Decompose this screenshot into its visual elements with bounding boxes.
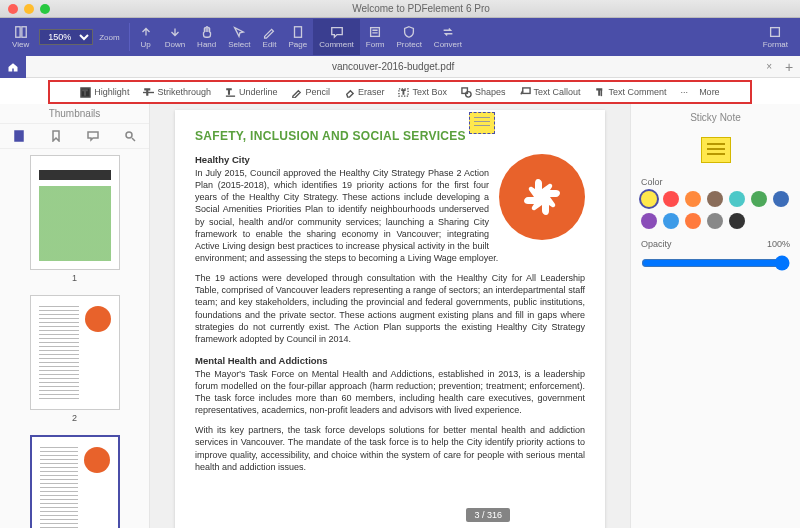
sticky-note-annotation[interactable] bbox=[469, 112, 495, 134]
textcomment-tool[interactable]: TText Comment bbox=[589, 82, 673, 102]
doc-paragraph: The 19 actions were developed through co… bbox=[195, 272, 585, 345]
svg-point-19 bbox=[126, 132, 132, 138]
opacity-value: 100% bbox=[767, 239, 790, 249]
select-button[interactable]: Select bbox=[222, 19, 256, 55]
protect-button[interactable]: Protect bbox=[391, 19, 428, 55]
up-button[interactable]: Up bbox=[133, 19, 159, 55]
svg-rect-1 bbox=[21, 27, 25, 38]
textbox-tool[interactable]: TText Box bbox=[392, 82, 453, 102]
close-window-icon[interactable] bbox=[8, 4, 18, 14]
page-button[interactable]: Page bbox=[282, 19, 313, 55]
svg-rect-15 bbox=[522, 87, 529, 93]
maximize-window-icon[interactable] bbox=[40, 4, 50, 14]
close-tab-icon[interactable]: × bbox=[760, 61, 778, 72]
color-swatch[interactable] bbox=[663, 213, 679, 229]
color-swatch[interactable] bbox=[729, 191, 745, 207]
thumbnails-title: Thumbnails bbox=[0, 104, 149, 124]
svg-rect-4 bbox=[771, 28, 780, 37]
color-label: Color bbox=[641, 177, 790, 187]
color-swatch[interactable] bbox=[663, 191, 679, 207]
thumbnail-page-1[interactable]: 1 bbox=[30, 155, 120, 283]
color-swatch[interactable] bbox=[685, 213, 701, 229]
thumbnails-tab-icon[interactable] bbox=[11, 128, 27, 144]
doc-paragraph: The Mayor's Task Force on Mental Health … bbox=[195, 368, 585, 417]
thumbnail-page-3[interactable]: 3 bbox=[30, 435, 120, 528]
convert-button[interactable]: Convert bbox=[428, 19, 468, 55]
color-swatch[interactable] bbox=[685, 191, 701, 207]
zoom-select[interactable]: 150% bbox=[39, 29, 93, 45]
doc-heading: SAFETY, INCLUSION AND SOCIAL SERVICES bbox=[195, 128, 585, 144]
thumbnail-page-2[interactable]: 2 bbox=[30, 295, 120, 423]
shapes-tool[interactable]: Shapes bbox=[455, 82, 512, 102]
properties-title: Sticky Note bbox=[641, 110, 790, 131]
svg-text:T: T bbox=[402, 89, 406, 95]
comment-button[interactable]: Comment bbox=[313, 19, 360, 55]
hands-graphic-icon bbox=[499, 154, 585, 240]
opacity-row: Opacity 100% bbox=[641, 239, 790, 249]
document-viewport[interactable]: SAFETY, INCLUSION AND SOCIAL SERVICES He… bbox=[150, 104, 630, 528]
edit-button[interactable]: Edit bbox=[256, 19, 282, 55]
properties-panel: Sticky Note Color Opacity 100% bbox=[630, 104, 800, 528]
annotations-tab-icon[interactable] bbox=[85, 128, 101, 144]
home-tab[interactable] bbox=[0, 56, 26, 78]
bookmarks-tab-icon[interactable] bbox=[48, 128, 64, 144]
color-swatch[interactable] bbox=[773, 191, 789, 207]
thumbnail-list[interactable]: 1 2 3 bbox=[0, 149, 149, 528]
svg-rect-3 bbox=[371, 28, 380, 37]
callout-tool[interactable]: Text Callout bbox=[514, 82, 587, 102]
main-area: Thumbnails 1 2 3 SAFETY, INCLUSION AND S… bbox=[0, 104, 800, 528]
search-tab-icon[interactable] bbox=[122, 128, 138, 144]
thumbnails-panel: Thumbnails 1 2 3 bbox=[0, 104, 150, 528]
pdf-page: SAFETY, INCLUSION AND SOCIAL SERVICES He… bbox=[175, 110, 605, 528]
color-swatch[interactable] bbox=[707, 213, 723, 229]
color-swatch[interactable] bbox=[641, 191, 657, 207]
main-toolbar: View 150% Zoom Up Down Hand Select Edit … bbox=[0, 18, 800, 56]
svg-rect-0 bbox=[15, 27, 19, 38]
hand-button[interactable]: Hand bbox=[191, 19, 222, 55]
strikethrough-tool[interactable]: TStrikethrough bbox=[137, 82, 217, 102]
more-tools[interactable]: ··· More bbox=[675, 82, 726, 102]
doc-subheading: Mental Health and Addictions bbox=[195, 355, 585, 368]
left-panel-tabs bbox=[0, 124, 149, 149]
window-title: Welcome to PDFelement 6 Pro bbox=[50, 3, 792, 14]
eraser-tool[interactable]: Eraser bbox=[338, 82, 391, 102]
view-button[interactable]: View bbox=[6, 19, 35, 55]
svg-point-14 bbox=[466, 91, 472, 97]
opacity-slider[interactable] bbox=[641, 255, 790, 271]
tab-strip: vancouver-2016-budget.pdf × + bbox=[0, 56, 800, 78]
color-swatch[interactable] bbox=[641, 213, 657, 229]
color-swatch[interactable] bbox=[707, 191, 723, 207]
zoom-button[interactable]: Zoom bbox=[93, 19, 125, 55]
sticky-note-preview-icon bbox=[701, 137, 731, 163]
svg-text:T: T bbox=[83, 88, 88, 97]
svg-rect-2 bbox=[294, 27, 301, 38]
doc-paragraph: With its key partners, the task force de… bbox=[195, 424, 585, 473]
page-indicator: 3 / 316 bbox=[466, 508, 510, 522]
highlight-tool[interactable]: THighlight bbox=[74, 82, 135, 102]
color-swatch[interactable] bbox=[729, 213, 745, 229]
opacity-label: Opacity bbox=[641, 239, 672, 249]
pencil-tool[interactable]: Pencil bbox=[285, 82, 336, 102]
document-tab[interactable]: vancouver-2016-budget.pdf bbox=[26, 61, 760, 72]
format-button[interactable]: Format bbox=[757, 19, 794, 55]
color-swatches bbox=[641, 191, 790, 229]
svg-rect-18 bbox=[15, 131, 23, 141]
new-tab-button[interactable]: + bbox=[778, 59, 800, 75]
down-button[interactable]: Down bbox=[159, 19, 191, 55]
window-titlebar: Welcome to PDFelement 6 Pro bbox=[0, 0, 800, 18]
form-button[interactable]: Form bbox=[360, 19, 391, 55]
svg-text:T: T bbox=[227, 87, 232, 96]
underline-tool[interactable]: TUnderline bbox=[219, 82, 284, 102]
traffic-lights bbox=[8, 4, 50, 14]
color-swatch[interactable] bbox=[751, 191, 767, 207]
annotation-toolbar: THighlight TStrikethrough TUnderline Pen… bbox=[48, 80, 752, 104]
minimize-window-icon[interactable] bbox=[24, 4, 34, 14]
